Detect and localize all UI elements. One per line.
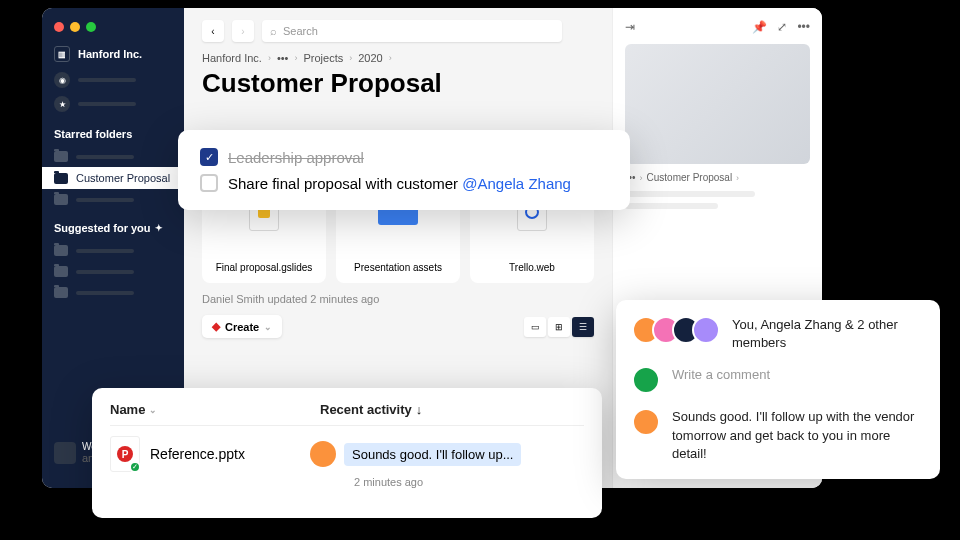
sort-down-icon: ↓: [416, 402, 423, 417]
file-name: Trello.web: [509, 262, 555, 273]
sidebar-folder-item[interactable]: [42, 189, 184, 210]
crumb-projects[interactable]: Projects: [303, 52, 343, 64]
folder-icon: [54, 245, 68, 256]
col-activity[interactable]: Recent activity↓: [320, 402, 584, 417]
pin-icon[interactable]: 📌: [752, 20, 767, 34]
update-meta: Daniel Smith updated 2 minutes ago: [202, 293, 594, 305]
comment-input[interactable]: Write a comment: [672, 366, 924, 384]
minimize-icon[interactable]: [70, 22, 80, 32]
comment-input-row[interactable]: Write a comment: [632, 366, 924, 394]
check-badge-icon: ✓: [129, 461, 141, 473]
activity-time: 2 minutes ago: [354, 476, 584, 488]
create-button[interactable]: ◆Create⌄: [202, 315, 282, 338]
breadcrumb: Hanford Inc.› •••› Projects› 2020›: [202, 52, 594, 64]
view-list-button[interactable]: ☰: [572, 317, 594, 337]
table-header: Name⌄ Recent activity↓: [110, 402, 584, 426]
sidebar-folder-item[interactable]: [42, 282, 184, 303]
folder-icon: [54, 266, 68, 277]
close-icon[interactable]: [54, 22, 64, 32]
page-title: Customer Proposal: [202, 68, 594, 99]
comments-card: You, Angela Zhang & 2 other members Writ…: [616, 300, 940, 479]
crumb-more[interactable]: •••: [277, 52, 289, 64]
view-grid-button[interactable]: ⊞: [548, 317, 570, 337]
star-icon: ★: [54, 96, 70, 112]
comment-body: Sounds good. I'll follow up with the ven…: [672, 408, 924, 463]
col-name[interactable]: Name⌄: [110, 402, 320, 417]
sidebar-folder-item[interactable]: [42, 261, 184, 282]
create-row: ◆Create⌄ ▭ ⊞ ☰: [202, 315, 594, 338]
folder-icon: [54, 287, 68, 298]
file-table-card: Name⌄ Recent activity↓ P✓ Reference.pptx…: [92, 388, 602, 518]
back-button[interactable]: ‹: [202, 20, 224, 42]
search-input[interactable]: ⌕Search: [262, 20, 562, 42]
more-icon[interactable]: •••: [797, 20, 810, 34]
task-list-card: ✓ Leadership approval Share final propos…: [178, 130, 630, 210]
mention[interactable]: @Angela Zhang: [462, 175, 571, 192]
crumb-year[interactable]: 2020: [358, 52, 382, 64]
avatar: [632, 408, 660, 436]
task-row-done[interactable]: ✓ Leadership approval: [200, 144, 608, 170]
members-row: You, Angela Zhang & 2 other members: [632, 316, 924, 352]
checkbox-icon[interactable]: [200, 174, 218, 192]
checkbox-checked-icon[interactable]: ✓: [200, 148, 218, 166]
preview-image: [625, 44, 810, 164]
avatar: [692, 316, 720, 344]
search-icon: ⌕: [270, 25, 277, 37]
folder-icon: [54, 173, 68, 184]
panel-breadcrumb: •••›Customer Proposal›: [625, 172, 810, 183]
org-name: Hanford Inc.: [78, 48, 142, 60]
org-selector[interactable]: ▥ Hanford Inc.: [42, 46, 184, 68]
expand-icon[interactable]: ⤢: [777, 20, 787, 34]
view-switcher: ▭ ⊞ ☰: [524, 317, 594, 337]
window-controls: [42, 18, 184, 46]
avatar: [632, 366, 660, 394]
toolbar: ‹ › ⌕Search: [202, 20, 594, 42]
suggested-head: Suggested for you✦: [42, 210, 184, 240]
avatar: [310, 441, 336, 467]
starred-folders-head: Starred folders: [42, 116, 184, 146]
sidebar-item-label: Customer Proposal: [76, 172, 170, 184]
task-row[interactable]: Share final proposal with customer @Ange…: [200, 170, 608, 196]
task-label: Share final proposal with customer @Ange…: [228, 175, 571, 192]
sidebar-folder-item[interactable]: [42, 240, 184, 261]
forward-button[interactable]: ›: [232, 20, 254, 42]
sidebar-folder-item[interactable]: [42, 146, 184, 167]
person-icon: ◉: [54, 72, 70, 88]
comment-row: Sounds good. I'll follow up with the ven…: [632, 408, 924, 463]
chevron-down-icon: ⌄: [149, 405, 157, 415]
avatar: [54, 442, 76, 464]
pptx-icon: P✓: [110, 436, 140, 472]
folder-icon: [54, 151, 68, 162]
crumb-org[interactable]: Hanford Inc.: [202, 52, 262, 64]
activity-snippet: Sounds good. I'll follow up...: [344, 443, 521, 466]
file-name: Final proposal.gslides: [216, 262, 313, 273]
building-icon: ▥: [54, 46, 70, 62]
view-card-button[interactable]: ▭: [524, 317, 546, 337]
file-name: Presentation assets: [354, 262, 442, 273]
table-row[interactable]: P✓ Reference.pptx Sounds good. I'll foll…: [110, 426, 584, 472]
file-name: Reference.pptx: [150, 446, 310, 462]
sidebar-star-row[interactable]: ★: [42, 92, 184, 116]
maximize-icon[interactable]: [86, 22, 96, 32]
task-label: Leadership approval: [228, 149, 364, 166]
folder-icon: [54, 194, 68, 205]
collapse-icon[interactable]: ⇥: [625, 20, 635, 34]
sparkle-icon: ✦: [155, 223, 163, 233]
members-label: You, Angela Zhang & 2 other members: [732, 316, 924, 352]
sidebar-item-customer-proposal[interactable]: Customer Proposal: [42, 167, 184, 189]
chevron-down-icon: ⌄: [264, 322, 272, 332]
plus-icon: ◆: [212, 320, 220, 333]
avatar-stack: [632, 316, 720, 344]
sidebar-user-row[interactable]: ◉: [42, 68, 184, 92]
